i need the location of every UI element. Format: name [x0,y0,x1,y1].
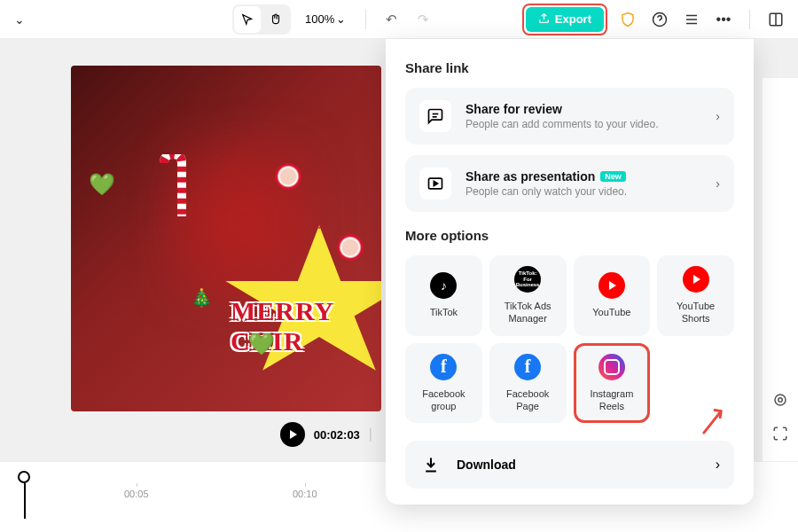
tool-mode-group [232,4,291,35]
share-link-heading: Share link [405,60,734,75]
timeline-tick: 00:10 [293,489,317,499]
comment-icon [419,100,451,132]
heart-sticker-icon: 💚 [248,332,275,356]
option-facebook-page[interactable]: f Facebook Page [489,343,567,424]
presentation-icon [419,168,451,200]
share-review-title: Share for review [466,102,701,116]
santa-sticker [337,234,364,261]
youtube-shorts-icon [683,266,709,293]
share-for-review-card[interactable]: Share for review People can add comments… [405,88,734,145]
chevron-right-icon: › [716,109,720,123]
panel-toggle-icon[interactable] [764,8,787,31]
option-instagram-reels[interactable]: Instagram Reels [574,343,651,424]
play-button[interactable] [280,422,305,447]
time-separator: | [369,426,372,442]
help-icon[interactable] [648,8,671,31]
svg-point-7 [778,398,783,403]
svg-point-6 [775,395,786,405]
share-presentation-subtitle: People can only watch your video. [466,185,701,198]
export-label: Export [555,12,591,26]
download-label: Download [457,458,701,472]
export-button[interactable]: Export [526,7,604,32]
right-sidebar-tools [763,78,798,461]
download-button[interactable]: Download › [405,441,734,489]
redo-button: ↷ [411,7,435,32]
preview-controls: 00:02:03 | [71,411,381,447]
instagram-icon [598,354,625,380]
chevron-right-icon: › [716,457,720,473]
more-icon[interactable]: ••• [712,8,735,31]
facebook-icon: f [430,354,457,380]
share-review-subtitle: People can add comments to your video. [466,118,701,130]
download-icon [419,453,442,476]
more-options-heading: More options [405,228,734,243]
new-badge: New [600,171,626,182]
shield-icon[interactable] [616,8,639,31]
chevron-down-icon: ⌄ [336,12,346,26]
santa-sticker [275,163,301,190]
zoom-control[interactable]: 100% ⌄ [298,12,353,26]
option-youtube-shorts[interactable]: YouTube Shorts [657,255,734,336]
tiktok-icon: ♪ [430,272,457,299]
cursor-tool-icon[interactable] [234,6,261,33]
playhead[interactable] [18,471,30,483]
zoom-value: 100% [305,12,334,26]
option-label: Facebook group [411,387,477,413]
option-label: Instagram Reels [579,387,645,413]
timeline-tick: 00:05 [124,489,149,499]
option-label: Facebook Page [495,387,561,413]
toolbar-divider [365,10,366,29]
crop-icon[interactable] [771,390,790,410]
option-facebook-group[interactable]: f Facebook group [405,343,482,424]
youtube-icon [598,272,625,299]
option-label: YouTube [592,306,630,318]
stack-icon[interactable] [680,8,703,31]
option-youtube[interactable]: YouTube [574,255,651,336]
share-as-presentation-card[interactable]: Share as presentation New People can onl… [405,155,734,212]
fullscreen-icon[interactable] [771,424,790,443]
hand-tool-icon[interactable] [262,6,289,33]
facebook-icon: f [514,354,541,380]
share-options-grid: ♪ TikTok TikTok:For Business TikTok Ads … [405,255,734,423]
heart-sticker-icon: 💚 [89,172,115,197]
video-preview-panel: 💚 🎄 MERRY CHIR 💚 00:02:03 | [71,66,381,456]
option-label: YouTube Shorts [662,300,729,325]
chevron-right-icon: › [716,176,720,191]
export-highlight-annotation: Export [522,4,607,35]
candy-cane-sticker [151,154,204,225]
current-time: 00:02:03 [314,428,360,442]
share-presentation-title: Share as presentation [466,169,595,184]
option-label: TikTok Ads Manager [495,300,561,325]
video-preview[interactable]: 💚 🎄 MERRY CHIR 💚 [71,66,381,411]
option-tiktok-ads[interactable]: TikTok:For Business TikTok Ads Manager [489,255,567,336]
top-toolbar: ⌄ 100% ⌄ ↶ ↷ Export [0,0,798,39]
back-chevron-icon[interactable]: ⌄ [11,9,28,30]
tiktok-ads-icon: TikTok:For Business [514,266,541,293]
option-tiktok[interactable]: ♪ TikTok [405,255,482,336]
tree-sticker-icon: 🎄 [191,287,213,309]
option-label: TikTok [430,306,458,318]
toolbar-divider [749,10,750,29]
svg-marker-11 [434,182,437,186]
undo-button[interactable]: ↶ [379,7,403,32]
export-panel: Share link Share for review People can a… [386,39,754,505]
upload-icon [538,12,550,27]
